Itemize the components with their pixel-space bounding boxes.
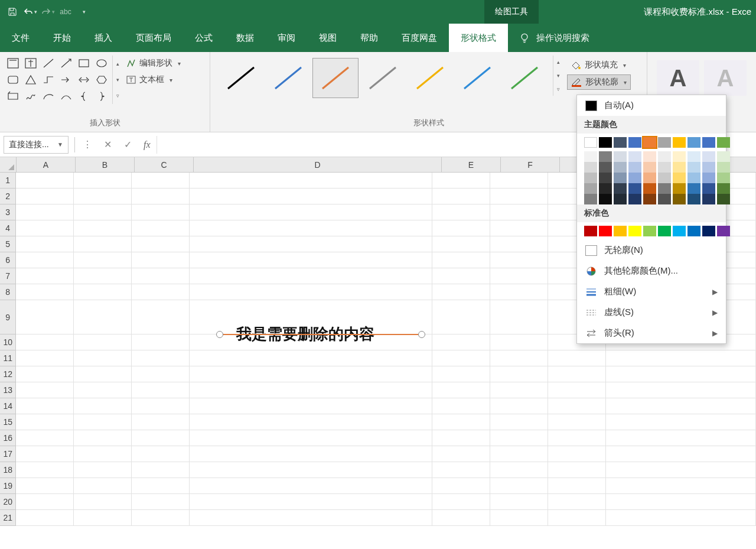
cell[interactable] — [74, 398, 132, 414]
color-swatch[interactable] — [628, 226, 641, 236]
cell[interactable] — [432, 446, 490, 462]
expand-gallery-icon[interactable]: ▿ — [115, 92, 120, 100]
color-swatch[interactable] — [643, 183, 656, 194]
shape-roundrect-icon[interactable] — [5, 72, 21, 87]
row-header[interactable]: 10 — [0, 334, 16, 350]
cell[interactable] — [74, 204, 132, 220]
cell[interactable] — [490, 284, 548, 300]
scroll-up-icon[interactable]: ▴ — [557, 59, 560, 65]
shape-curve-icon[interactable] — [58, 89, 74, 104]
undo-button[interactable]: ▾ — [22, 4, 38, 20]
color-swatch[interactable] — [702, 173, 715, 183]
cell[interactable] — [190, 494, 432, 510]
name-box-dropdown-icon[interactable]: ▼ — [57, 141, 63, 148]
cell[interactable] — [74, 300, 132, 334]
tab-formulas[interactable]: 公式 — [183, 24, 224, 52]
color-swatch[interactable] — [584, 194, 597, 204]
qat-extra-button[interactable]: abc — [58, 4, 73, 20]
row-header[interactable]: 19 — [0, 478, 16, 494]
undo-dropdown-icon[interactable]: ▾ — [34, 9, 37, 15]
color-swatch[interactable] — [643, 162, 656, 173]
cell[interactable] — [16, 220, 74, 236]
color-swatch[interactable] — [702, 226, 715, 236]
shape-arrow-line-icon[interactable] — [58, 56, 74, 71]
color-swatch[interactable] — [687, 173, 700, 183]
cell[interactable] — [548, 478, 606, 494]
cell[interactable] — [190, 284, 432, 300]
shape-rect-icon[interactable] — [76, 56, 92, 71]
shape-style-thumb[interactable] — [360, 58, 406, 98]
fx-icon[interactable]: fx — [144, 139, 151, 150]
color-swatch[interactable] — [717, 226, 730, 236]
cell[interactable] — [490, 414, 548, 430]
enter-formula-button[interactable]: ✓ — [118, 136, 138, 154]
color-swatch[interactable] — [643, 137, 656, 148]
cell[interactable] — [490, 220, 548, 236]
expand-gallery-icon[interactable]: ▿ — [557, 86, 560, 92]
shape-hexagon-icon[interactable] — [93, 72, 110, 87]
row-header[interactable]: 16 — [0, 430, 16, 446]
tell-me-search[interactable]: 操作说明搜索 — [508, 24, 600, 52]
column-header[interactable]: C — [135, 157, 194, 172]
cell[interactable] — [16, 366, 74, 382]
cell[interactable] — [16, 494, 74, 510]
cell[interactable] — [190, 350, 432, 366]
color-swatch[interactable] — [673, 173, 686, 183]
cell[interactable] — [132, 220, 190, 236]
color-swatch[interactable] — [687, 183, 700, 194]
color-swatch[interactable] — [687, 162, 700, 173]
cell[interactable] — [432, 268, 490, 284]
cell[interactable] — [432, 382, 490, 398]
color-swatch[interactable] — [628, 173, 641, 183]
color-swatch[interactable] — [702, 183, 715, 194]
cell[interactable] — [74, 494, 132, 510]
tab-baidu[interactable]: 百度网盘 — [390, 24, 449, 52]
cell[interactable] — [132, 494, 190, 510]
shape-style-thumb[interactable] — [501, 58, 548, 98]
tab-home[interactable]: 开始 — [41, 24, 83, 52]
shape-brace-r-icon[interactable] — [93, 89, 110, 104]
cell[interactable] — [74, 173, 132, 189]
scroll-up-icon[interactable]: ▴ — [115, 60, 120, 68]
cell[interactable] — [74, 189, 132, 204]
row-header[interactable]: 21 — [0, 510, 16, 526]
cell[interactable] — [16, 430, 74, 446]
cell[interactable] — [190, 220, 432, 236]
no-outline-item[interactable]: 无轮廓(N) — [577, 240, 726, 261]
cell[interactable] — [132, 350, 190, 366]
row-header[interactable]: 6 — [0, 252, 16, 268]
color-swatch[interactable] — [599, 173, 612, 183]
row-header[interactable]: 14 — [0, 398, 16, 414]
shape-style-thumb[interactable] — [265, 58, 311, 98]
outline-auto-item[interactable]: 自动(A) — [577, 95, 726, 116]
color-swatch[interactable] — [717, 137, 730, 148]
color-swatch[interactable] — [658, 173, 671, 183]
cell[interactable] — [16, 268, 74, 284]
tab-shape-format[interactable]: 形状格式 — [449, 24, 508, 52]
color-swatch[interactable] — [658, 183, 671, 194]
cell[interactable] — [74, 382, 132, 398]
color-swatch[interactable] — [673, 162, 686, 173]
color-swatch[interactable] — [614, 226, 627, 236]
color-swatch[interactable] — [658, 137, 671, 148]
cell[interactable] — [16, 334, 74, 350]
cell[interactable] — [490, 446, 548, 462]
row-header[interactable]: 11 — [0, 350, 16, 366]
cell[interactable] — [490, 204, 548, 220]
cell[interactable] — [74, 414, 132, 430]
cell[interactable] — [606, 350, 756, 366]
shape-style-thumb[interactable] — [454, 58, 500, 98]
color-swatch[interactable] — [584, 183, 597, 194]
color-swatch[interactable] — [673, 226, 686, 236]
cell[interactable] — [16, 204, 74, 220]
color-swatch[interactable] — [687, 194, 700, 204]
color-swatch[interactable] — [687, 226, 700, 236]
tab-data[interactable]: 数据 — [224, 24, 266, 52]
style-gallery-more[interactable]: ▴ ▾ ▿ — [553, 56, 563, 96]
cell[interactable] — [490, 430, 548, 446]
cell[interactable] — [432, 252, 490, 268]
shape-handle-right[interactable] — [418, 331, 425, 338]
cell[interactable] — [432, 430, 490, 446]
cell[interactable] — [606, 462, 756, 478]
column-header[interactable]: F — [501, 157, 560, 172]
